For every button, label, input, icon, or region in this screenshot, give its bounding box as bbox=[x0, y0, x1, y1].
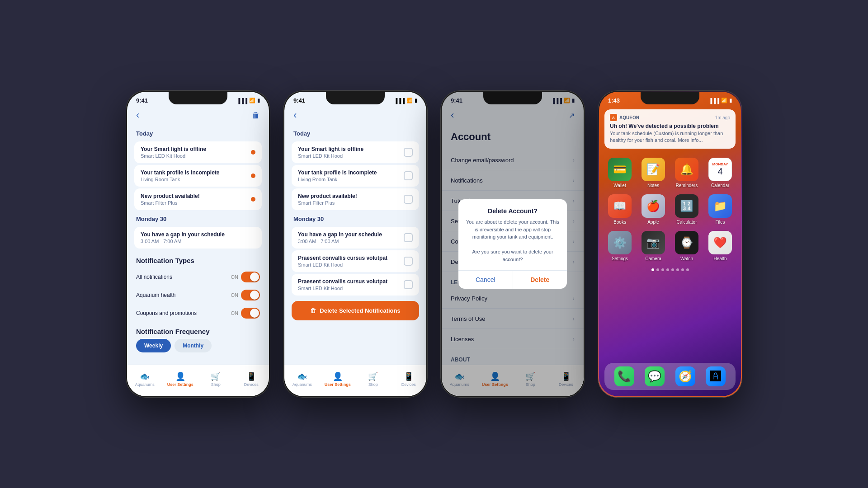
dot-1 bbox=[651, 268, 654, 271]
app-settings[interactable]: ⚙️ Settings bbox=[606, 231, 633, 261]
wifi-icon-2: 📶 bbox=[406, 98, 413, 103]
tab-label-aquariums-2: Aquariums bbox=[292, 382, 312, 387]
status-icons-1: ▐▐▐ 📶 ▮ bbox=[237, 98, 260, 103]
devices-icon-1: 📱 bbox=[246, 371, 256, 381]
notif-title-2: Your tank profile is incomplete bbox=[141, 169, 219, 176]
tab-usersettings-1[interactable]: 👤 User Settings bbox=[163, 365, 198, 393]
modal-buttons: Cancel Delete bbox=[458, 270, 567, 289]
back-button-1[interactable]: ‹ bbox=[136, 109, 139, 121]
dock-phone[interactable]: 📞 bbox=[614, 366, 634, 386]
toggle-text-3: Coupons and promotions bbox=[136, 310, 197, 316]
notif-sub-4: 3:00 AM - 7:00 AM bbox=[141, 239, 225, 244]
section-today-2: Today bbox=[284, 127, 426, 140]
delete-selected-btn[interactable]: 🗑 Delete Selected Notifications bbox=[292, 301, 419, 320]
app-wallet[interactable]: 💳 Wallet bbox=[606, 158, 633, 188]
dot-4 bbox=[666, 268, 669, 271]
banner-body: Your tank schedule (Custom) is running l… bbox=[610, 130, 730, 144]
tab-usersettings-2[interactable]: 👤 User Settings bbox=[320, 365, 356, 393]
devices-icon-2: 📱 bbox=[404, 371, 414, 381]
checkbox-2[interactable] bbox=[404, 171, 413, 180]
notif-card-4: You have a gap in your schedule 3:00 AM … bbox=[134, 227, 262, 249]
aqueon-logo: A bbox=[610, 114, 617, 121]
app-books[interactable]: 📖 Books bbox=[606, 194, 633, 225]
notes-icon: 📝 bbox=[642, 158, 665, 181]
modal-cancel-btn[interactable]: Cancel bbox=[458, 271, 513, 289]
app-apple[interactable]: 🍎 Apple bbox=[640, 194, 667, 225]
trash-button-1[interactable]: 🗑 bbox=[252, 111, 260, 120]
notif-check-sub-4: 3:00 AM - 7:00 AM bbox=[298, 239, 382, 244]
notif-check-sub-5: Smart LED Kit Hood bbox=[298, 262, 387, 267]
notif-check-title-3: New product available! bbox=[298, 193, 357, 199]
banner-app: A AQUEON bbox=[610, 114, 639, 121]
freq-buttons: Weekly Monthly bbox=[127, 339, 269, 352]
tab-label-usersettings-2: User Settings bbox=[325, 382, 351, 387]
toggle-3[interactable] bbox=[241, 308, 260, 319]
tab-aquariums-2[interactable]: 🐟 Aquariums bbox=[284, 365, 320, 393]
notif-check-card-6: Praesent convallis cursus volutpat Smart… bbox=[292, 274, 419, 296]
apple-label: Apple bbox=[647, 220, 659, 225]
notif-freq-title: Notification Frequency bbox=[127, 322, 269, 339]
app-camera[interactable]: 📷 Camera bbox=[640, 231, 667, 261]
notch-4 bbox=[641, 92, 699, 104]
checkbox-3[interactable] bbox=[404, 195, 413, 204]
checkbox-1[interactable] bbox=[404, 148, 413, 157]
tab-devices-2[interactable]: 📱 Devices bbox=[391, 365, 427, 393]
notification-banner[interactable]: A AQUEON 1m ago Uh oh! We've detected a … bbox=[604, 109, 736, 149]
modal-overlay: Delete Account? You are about to delete … bbox=[442, 92, 584, 396]
phone-icon: 📞 bbox=[614, 366, 634, 386]
notif-check-title-5: Praesent convallis cursus volutpat bbox=[298, 255, 387, 261]
tab-label-devices-2: Devices bbox=[401, 382, 416, 387]
settings-icon: ⚙️ bbox=[608, 231, 632, 254]
signal-icon-1: ▐▐▐ bbox=[237, 98, 247, 103]
checkbox-5[interactable] bbox=[404, 257, 413, 266]
modal-delete-btn[interactable]: Delete bbox=[513, 271, 567, 289]
camera-icon: 📷 bbox=[642, 231, 665, 254]
screen-header-1: ‹ 🗑 bbox=[127, 106, 269, 127]
phone-4: 1:43 ▐▐▐ 📶 ▮ A AQUEON 1m ago Uh oh! We'v… bbox=[598, 90, 742, 398]
books-label: Books bbox=[613, 220, 626, 225]
dock-appstore[interactable]: 🅰 bbox=[706, 366, 726, 386]
wallet-label: Wallet bbox=[613, 183, 626, 188]
tab-devices-1[interactable]: 📱 Devices bbox=[234, 365, 269, 393]
health-icon: ❤️ bbox=[708, 231, 732, 254]
notif-sub-2: Living Room Tank bbox=[141, 177, 219, 182]
status-time-1: 9:41 bbox=[136, 97, 148, 104]
tab-aquariums-1[interactable]: 🐟 Aquariums bbox=[127, 365, 163, 393]
notif-check-card-5: Praesent convallis cursus volutpat Smart… bbox=[292, 250, 419, 272]
app-reminders[interactable]: 🔔 Reminders bbox=[673, 158, 700, 188]
dock-messages[interactable]: 💬 bbox=[645, 366, 665, 386]
app-watch[interactable]: ⌚ Watch bbox=[673, 231, 700, 261]
reminders-label: Reminders bbox=[676, 183, 698, 188]
app-calculator[interactable]: 🔢 Calculator bbox=[673, 194, 700, 225]
toggle-label-3: Coupons and promotions bbox=[136, 310, 197, 316]
notif-card-3: New product available! Smart Filter Plus bbox=[134, 188, 262, 210]
checkbox-6[interactable] bbox=[404, 280, 413, 289]
checkbox-4[interactable] bbox=[404, 233, 413, 242]
usersettings-icon-2: 👤 bbox=[333, 371, 343, 381]
freq-btn-weekly[interactable]: Weekly bbox=[136, 339, 171, 352]
app-calendar[interactable]: Monday 4 Calendar bbox=[707, 158, 734, 188]
toggle-state-3: ON bbox=[231, 310, 239, 316]
page-dots bbox=[599, 267, 741, 273]
battery-icon-2: ▮ bbox=[415, 98, 417, 103]
toggle-2[interactable] bbox=[241, 290, 260, 300]
notif-check-title-1: Your Smart light is offline bbox=[298, 146, 363, 152]
notif-check-card-3: New product available! Smart Filter Plus bbox=[292, 188, 419, 210]
section-monday-2: Monday 30 bbox=[284, 212, 426, 225]
tab-shop-2[interactable]: 🛒 Shop bbox=[355, 365, 391, 393]
toggle-text-2: Aquarium health bbox=[136, 292, 175, 298]
back-button-2[interactable]: ‹ bbox=[293, 109, 297, 121]
app-notes[interactable]: 📝 Notes bbox=[640, 158, 667, 188]
app-health[interactable]: ❤️ Health bbox=[707, 231, 734, 261]
shop-icon-2: 🛒 bbox=[368, 371, 378, 381]
tab-shop-1[interactable]: 🛒 Shop bbox=[198, 365, 234, 393]
dock-safari[interactable]: 🧭 bbox=[675, 366, 695, 386]
app-files[interactable]: 📁 Files bbox=[707, 194, 734, 225]
freq-btn-monthly[interactable]: Monthly bbox=[175, 339, 212, 352]
dot-8 bbox=[686, 268, 689, 271]
reminders-icon: 🔔 bbox=[675, 158, 698, 181]
calculator-icon: 🔢 bbox=[675, 194, 698, 218]
toggle-1[interactable] bbox=[241, 272, 260, 282]
notes-label: Notes bbox=[647, 183, 659, 188]
delete-icon: 🗑 bbox=[310, 307, 316, 314]
